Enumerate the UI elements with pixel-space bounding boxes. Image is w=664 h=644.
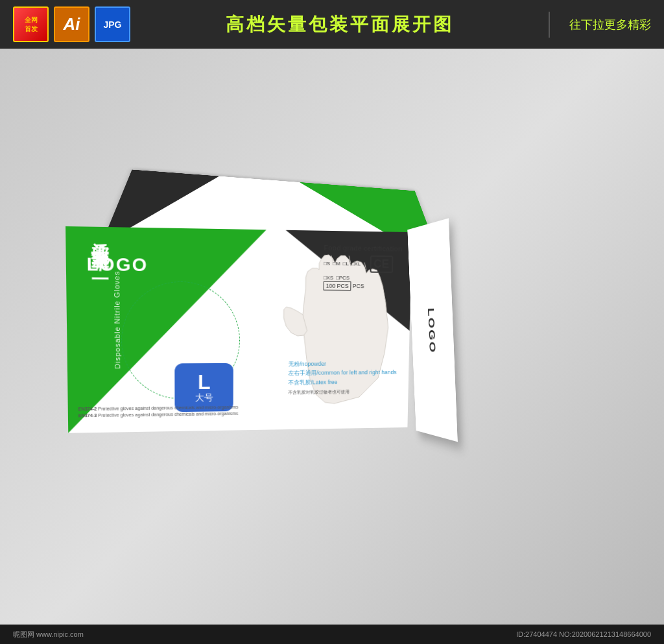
size-checkboxes: □S □M □L □XL xyxy=(324,261,361,267)
badge-ai: Ai xyxy=(54,6,89,42)
box-scene: LOGO 一次性丁腈手套 Disposable Nitrile Gloves L… xyxy=(52,101,571,587)
watermark-right: ID:27404474 NO:20200621213148664000 xyxy=(516,630,651,638)
food-grade-label: Food grade certification xyxy=(324,244,405,253)
quantity-label: 100 PCS PCS xyxy=(324,283,405,290)
badge-jpg: JPG xyxy=(95,6,130,42)
ce-mark: CE xyxy=(370,256,393,273)
bottom-bar: 昵图网 www.nipic.com ID:27404474 NO:2020062… xyxy=(0,625,664,644)
feature-4: 不含乳胶对乳胶过敏者也可使用 xyxy=(288,388,396,396)
feature-2: 左右手通用/common for left and right hands xyxy=(288,368,396,378)
product-name-cn: 一次性丁腈手套 xyxy=(87,274,111,288)
feature-1: 无粉/nopowder xyxy=(289,359,397,369)
banner-title: 高档矢量包装平面展开图 xyxy=(150,12,529,37)
cert-panel: Food grade certification □S □M □L □XL CE… xyxy=(324,244,405,290)
size-letter: L xyxy=(198,372,211,392)
banner-divider xyxy=(549,12,550,38)
size-cn: 大号 xyxy=(195,392,213,403)
side-logo: LOGO xyxy=(426,307,438,353)
side-content: LOGO xyxy=(407,218,458,442)
feature-3: 不含乳胶/Latex free xyxy=(288,377,396,387)
box-front-face: LOGO 一次性丁腈手套 Disposable Nitrile Gloves L… xyxy=(65,226,412,433)
banner-subtitle: 往下拉更多精彩 xyxy=(569,17,651,32)
product-name-en: Disposable Nitrile Gloves xyxy=(113,271,122,369)
badge-quanwang: 全网 首发 xyxy=(13,6,49,42)
main-content: LOGO 一次性丁腈手套 Disposable Nitrile Gloves L… xyxy=(0,49,664,625)
box-right-face: LOGO xyxy=(407,218,458,442)
features-text: 无粉/nopowder 左右手通用/common for left and ri… xyxy=(288,359,397,396)
size-xs-pcs: □XS □PCS xyxy=(324,275,405,281)
watermark-left: 昵图网 www.nipic.com xyxy=(13,630,84,639)
top-banner: 全网 首发 Ai JPG 高档矢量包装平面展开图 往下拉更多精彩 xyxy=(0,0,664,49)
